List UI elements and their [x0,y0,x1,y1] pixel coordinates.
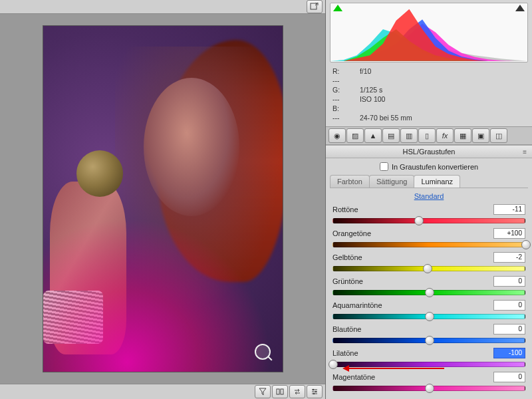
grayscale-label: In Graustufen konvertieren [392,163,478,171]
crop-icon[interactable]: ▦ [454,128,471,143]
camera-icon[interactable]: ▣ [472,128,489,143]
photo [43,25,283,372]
reset-link[interactable]: Standard [414,192,444,200]
image-preview[interactable] [0,14,325,384]
slider-group: Rottöne-11Orangetöne+100Gelbtöne-2Grüntö… [326,204,532,399]
tab-luminance[interactable]: Luminanz [414,175,460,188]
slider-label-yellow: Gelbtöne [332,253,362,261]
meta-b: --- [332,113,344,122]
slider-label-orange: Orangetöne [332,229,371,237]
panel-header: HSL/Graustufen ≡ [326,145,532,158]
slider-green[interactable] [332,288,525,296]
slider-yellow[interactable] [332,264,525,272]
preview-pane [0,0,326,399]
svg-rect-0 [311,3,317,9]
lens-icon[interactable]: ◉ [329,128,346,143]
panel-toolbar: ◉ ▨ ▲ ▤ ▥ ▯ fx ▦ ▣ ◫ [326,126,532,145]
histogram[interactable] [330,3,528,63]
annotation-arrow [344,368,444,369]
slider-value-yellow[interactable]: -2 [493,252,525,263]
hsl-tabs: Farbton Sättigung Luminanz [330,175,528,188]
svg-point-5 [313,393,315,394]
slider-value-aqua[interactable]: 0 [493,300,525,311]
grayscale-icon[interactable]: ▤ [382,128,400,143]
slider-value-blue[interactable]: 0 [493,324,525,334]
tonecurve-icon[interactable]: ▨ [346,128,364,143]
slider-orange[interactable] [332,240,525,248]
slider-value-magenta[interactable]: 0 [493,372,525,382]
swap-icon[interactable] [289,385,305,398]
tab-saturation[interactable]: Sättigung [369,175,414,188]
detail-icon[interactable]: ▯ [418,128,436,143]
slider-purple[interactable] [332,360,525,368]
meta-r: --- [332,76,344,85]
meta-lens: 24-70 bei 55 mm [360,113,412,122]
slider-value-red[interactable]: -11 [493,204,525,215]
slider-blue[interactable] [332,336,525,344]
svg-point-4 [315,391,317,392]
detach-button[interactable] [307,0,323,13]
slider-value-orange[interactable]: +100 [493,228,525,239]
grayscale-checkbox[interactable] [380,162,388,171]
panel-title: HSL/Graustufen [403,148,456,156]
slider-label-aqua: Aquamarintöne [332,301,382,309]
svg-rect-1 [277,389,279,394]
svg-point-3 [313,389,314,390]
meta-aperture: f/10 [360,66,412,76]
zoom-icon[interactable] [255,344,271,360]
filter-icon[interactable] [255,385,271,398]
slider-label-green: Grüntöne [332,277,363,285]
slider-magenta[interactable] [332,384,525,392]
side-panel: R: --- G: --- B: --- f/10 1/125 s ISO 10… [326,0,532,399]
compare-icon[interactable] [272,385,288,398]
slider-aqua[interactable] [332,312,525,320]
metadata: R: --- G: --- B: --- f/10 1/125 s ISO 10… [326,64,532,126]
slider-label-magenta: Magentatöne [332,373,375,381]
meta-iso: ISO 100 [360,94,412,104]
sliders-icon[interactable] [307,385,323,398]
slider-value-green[interactable]: 0 [493,276,525,287]
tab-hue[interactable]: Farbton [330,175,370,188]
presets-icon[interactable]: ◫ [490,128,507,143]
meta-shutter: 1/125 s [360,85,412,94]
slider-label-blue: Blautöne [332,325,361,333]
slider-label-purple: Lilatöne [332,349,358,357]
slider-label-red: Rottöne [332,205,358,213]
splittone-icon[interactable]: ▥ [400,128,418,143]
panel-menu-icon[interactable]: ≡ [523,148,528,156]
hsl-icon[interactable]: ▲ [364,128,382,143]
fx-icon[interactable]: fx [436,128,454,143]
svg-rect-2 [281,389,283,394]
slider-red[interactable] [332,216,525,224]
meta-g: --- [332,94,344,104]
slider-value-purple[interactable]: -100 [493,348,525,358]
